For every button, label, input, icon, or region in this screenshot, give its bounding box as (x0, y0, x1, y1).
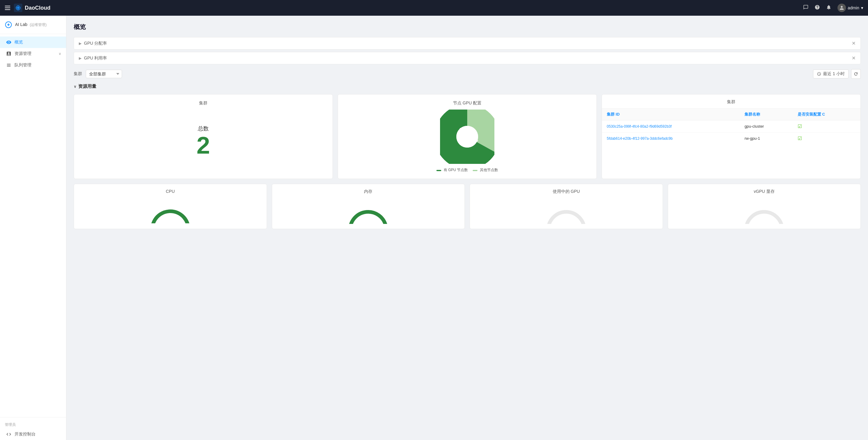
cluster-select[interactable]: 全部集群 (86, 70, 122, 78)
top-cards-grid: 集群 总数 2 节点 GPU 配置 (74, 94, 861, 179)
gauge-card-cpu: CPU (74, 184, 267, 229)
cluster-card-body: 总数 2 (80, 109, 327, 173)
clock-icon (817, 72, 821, 76)
table-header-row: 集群 ID 集群名称 是否安装配置 C (602, 109, 861, 121)
col-cluster-name: 集群名称 (740, 109, 793, 121)
svg-point-3 (7, 24, 9, 26)
legend-other-nodes: 其他节点数 (473, 168, 498, 173)
main-content: 概览 ▶ GPU 分配率 ✕ ▶ GPU 利用率 ✕ 集群 全部集群 最近 1 … (66, 16, 868, 440)
table-row: 5fdab614-e20b-4f12-997a-3ddc6efadc9b rw-… (602, 133, 861, 144)
gpu-usage-label: GPU 利用率 (84, 56, 107, 61)
cluster-total-number: 2 (196, 133, 210, 158)
cluster-card-title: 集群 (80, 101, 327, 106)
gauge-title-vgpu-memory: vGPU 显存 (754, 189, 775, 194)
section-title: 资源用量 (78, 83, 96, 89)
cluster-table-title: 集群 (602, 95, 861, 109)
gauge-card-gpu-in-use: 使用中的 GPU (470, 184, 663, 229)
sidebar-item-overview[interactable]: 概览 (0, 36, 66, 48)
cluster-card: 集群 总数 2 (74, 94, 333, 179)
gauge-title-gpu-in-use: 使用中的 GPU (553, 189, 580, 194)
svg-text:33%: 33% (460, 127, 467, 132)
notification-icon[interactable] (826, 4, 832, 11)
sidebar-app-header: AI Lab (运维管理) (0, 16, 66, 31)
admin-group-label: 管理员 (0, 420, 66, 429)
check-icon: ☑ (798, 136, 802, 141)
cluster-data-table: 集群 ID 集群名称 是否安装配置 C 0530c25a-099f-4fc4-8… (602, 109, 861, 144)
avatar (837, 4, 846, 12)
sidebar-item-resource[interactable]: 资源管理 ∨ (0, 48, 66, 60)
gpu-config-title: 节点 GPU 配置 (344, 101, 590, 106)
user-menu[interactable]: admin ▾ (837, 4, 863, 12)
cell-installed: ☑ (793, 133, 861, 144)
logo-text: DaoCloud (25, 5, 51, 11)
sidebar-item-queue[interactable]: 队列管理 (0, 60, 66, 71)
dev-icon (6, 432, 11, 437)
resource-section-header: ∨ 资源用量 (74, 83, 861, 89)
bottom-gauge-grid: CPU 内存 使用中的 GPU (74, 184, 861, 229)
gauge-wrap-memory (344, 197, 392, 224)
col-cluster-id: 集群 ID (602, 109, 740, 121)
app-title: AI Lab (运维管理) (15, 22, 46, 28)
sidebar-item-overview-label: 概览 (14, 39, 23, 45)
svg-text:67%: 67% (470, 138, 478, 142)
legend-gpu-nodes: 有 GPU 节点数 (436, 168, 468, 173)
section-toggle[interactable]: ∨ (74, 84, 76, 89)
sidebar-item-dev-console[interactable]: 开发控制台 (0, 429, 66, 440)
gauge-svg-gpu-in-use (542, 197, 590, 224)
logo: DaoCloud (14, 4, 51, 12)
top-navigation: DaoCloud admin ▾ (0, 0, 868, 16)
gauge-wrap-gpu-in-use (542, 197, 590, 224)
cell-cluster-name: rw-gpu-1 (740, 133, 793, 144)
time-range-label: 最近 1 小时 (823, 71, 845, 77)
cell-cluster-name: gpu-cluster (740, 121, 793, 133)
sidebar-item-queue-label: 队列管理 (14, 63, 31, 68)
check-icon: ☑ (798, 124, 802, 129)
user-dropdown-arrow: ▾ (861, 5, 863, 10)
user-label: admin (848, 5, 859, 10)
daocloud-logo-icon (14, 4, 22, 12)
toolbar: 集群 全部集群 最近 1 小时 (74, 69, 861, 79)
cluster-filter-label: 集群 (74, 71, 82, 77)
gpu-config-card: 节点 GPU 配置 33% 67% (338, 94, 597, 179)
eye-icon (6, 39, 11, 45)
gauge-svg-cpu (146, 196, 194, 223)
cluster-total-label: 总数 (198, 125, 209, 132)
chevron-right-icon: ▶ (79, 41, 82, 45)
gauge-title-cpu: CPU (166, 189, 175, 194)
sidebar-item-resource-label: 资源管理 (14, 51, 31, 57)
sidebar: AI Lab (运维管理) 概览 资源管理 ∨ 队列管理 管理员 开发控制台 (0, 16, 66, 440)
time-range-button[interactable]: 最近 1 小时 (813, 69, 849, 78)
chevron-down-icon: ∨ (59, 52, 61, 56)
resource-icon (6, 51, 11, 57)
svg-point-1 (17, 7, 19, 9)
sidebar-item-dev-console-label: 开发控制台 (14, 432, 36, 437)
gpu-allocation-label: GPU 分配率 (84, 41, 107, 46)
gpu-pie-chart: 33% 67% (440, 109, 494, 164)
toolbar-right: 最近 1 小时 (813, 69, 861, 79)
gauge-wrap-vgpu-memory (740, 197, 788, 224)
gauge-card-memory: 内存 (272, 184, 465, 229)
gpu-usage-row[interactable]: ▶ GPU 利用率 ✕ (74, 52, 861, 64)
cell-cluster-id: 5fdab614-e20b-4f12-997a-3ddc6efadc9b (602, 133, 740, 144)
page-title: 概览 (74, 23, 861, 31)
gauge-title-memory: 内存 (364, 189, 372, 194)
gpu-usage-close-icon[interactable]: ✕ (852, 55, 856, 61)
gauge-svg-memory (344, 197, 392, 224)
menu-icon[interactable] (5, 6, 10, 10)
gauge-svg-vgpu-memory (740, 197, 788, 224)
ai-lab-icon (5, 21, 12, 28)
cluster-table-card: 集群 集群 ID 集群名称 是否安装配置 C 0530c25a-099f-4fc… (601, 94, 861, 179)
gpu-allocation-close-icon[interactable]: ✕ (852, 40, 856, 46)
pie-legend: 有 GPU 节点数 其他节点数 (436, 168, 498, 173)
refresh-button[interactable] (851, 69, 861, 79)
cluster-table-body: 0530c25a-099f-4fc4-80a2-f9d69d592b3f gpu… (602, 121, 861, 144)
cell-installed: ☑ (793, 121, 861, 133)
help-icon[interactable] (814, 4, 820, 11)
gpu-allocation-row[interactable]: ▶ GPU 分配率 ✕ (74, 37, 861, 49)
gauge-wrap-cpu (146, 196, 194, 223)
message-icon[interactable] (803, 4, 808, 11)
gauge-card-vgpu-memory: vGPU 显存 (668, 184, 861, 229)
table-row: 0530c25a-099f-4fc4-80a2-f9d69d592b3f gpu… (602, 121, 861, 133)
col-installed: 是否安装配置 C (793, 109, 861, 121)
queue-icon (6, 63, 11, 68)
